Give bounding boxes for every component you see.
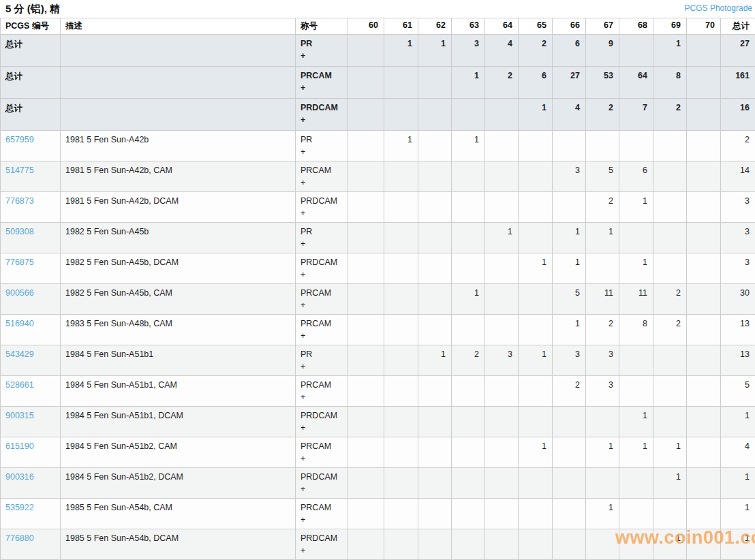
pcgs-number-link[interactable]: 615190 [5, 441, 34, 451]
pcgs-number-link[interactable]: 528661 [5, 380, 34, 390]
row-total: 30 [721, 284, 755, 315]
grade-count-62 [418, 67, 452, 99]
designation-plus: + [301, 51, 342, 61]
designation-plus: + [301, 270, 342, 279]
grade-count-69 [653, 345, 687, 376]
coin-description: 1984 5 Fen Sun-A51b2, DCAM [61, 468, 296, 499]
pcgs-number-cell: 900316 [1, 468, 61, 499]
designation-plus: + [301, 239, 342, 249]
grade-count-61 [384, 407, 418, 437]
grade-count-62 [418, 99, 452, 131]
grade-count-63: 3 [452, 35, 485, 67]
designation-plus: + [301, 178, 342, 187]
designation-plus: + [301, 147, 342, 157]
col-header-grade-69: 69 [653, 18, 687, 35]
summary-row-label: 总计 [5, 40, 22, 49]
pcgs-number-link[interactable]: 776880 [5, 533, 34, 543]
coin-description: 1983 5 Fen Sun-A48b, CAM [61, 315, 296, 345]
grade-count-62 [418, 131, 452, 161]
grade-count-62 [418, 284, 452, 315]
designation-label: PRDCAM [301, 258, 342, 267]
grade-count-61: 1 [384, 131, 418, 161]
grade-count-69 [653, 192, 687, 223]
grade-count-70 [687, 529, 721, 560]
grade-count-69 [653, 161, 687, 192]
pcgs-number-link[interactable]: 776873 [5, 196, 34, 206]
grade-count-67: 11 [586, 284, 619, 315]
designation-label: PR [301, 349, 342, 359]
pcgs-number-link[interactable]: 900316 [5, 472, 34, 482]
table-row: 总计 PRCAM + 1262753648161 [1, 67, 755, 99]
grade-count-65 [519, 284, 553, 315]
pcgs-number-link[interactable]: 516940 [5, 319, 34, 328]
row-total: 161 [721, 67, 755, 99]
col-header-grade-68: 68 [619, 18, 653, 35]
grade-count-68 [619, 499, 653, 529]
row-total: 1 [721, 499, 755, 529]
grade-count-65 [519, 223, 553, 253]
designation-cell: PR + [296, 345, 348, 376]
pcgs-number-cell: 776873 [1, 192, 61, 223]
pcgs-photograde-link[interactable]: PCGS Photograde [685, 3, 752, 13]
grade-count-65: 6 [519, 67, 553, 99]
designation-cell: PRCAM + [296, 161, 348, 192]
coin-description [61, 67, 296, 99]
designation-cell: PR + [296, 223, 348, 253]
grade-count-67 [586, 131, 619, 161]
grade-count-66: 1 [553, 253, 586, 284]
grade-count-66 [553, 499, 586, 529]
grade-count-67 [586, 407, 619, 437]
grade-count-70 [687, 253, 721, 284]
designation-plus: + [301, 208, 342, 218]
grade-count-64 [485, 376, 519, 407]
pcgs-number-link[interactable]: 509308 [5, 227, 34, 236]
pcgs-number-link[interactable]: 535922 [5, 503, 34, 512]
grade-count-67: 1 [586, 223, 619, 253]
designation-label: PRCAM [301, 166, 342, 175]
grade-count-67: 3 [586, 345, 619, 376]
col-header-grade-70: 70 [687, 18, 721, 35]
designation-cell: PRCAM + [296, 499, 348, 529]
grade-count-64 [485, 161, 519, 192]
table-row: 514775 1981 5 Fen Sun-A42b, CAM PRCAM + … [1, 161, 755, 192]
table-row: 776875 1982 5 Fen Sun-A45b, DCAM PRDCAM … [1, 253, 755, 284]
grade-count-69 [653, 253, 687, 284]
grade-count-63 [452, 437, 485, 468]
grade-count-69: 2 [653, 284, 687, 315]
grade-count-67: 2 [586, 315, 619, 345]
row-total: 27 [721, 35, 755, 67]
grade-count-64 [485, 529, 519, 560]
pcgs-number-link[interactable]: 900566 [5, 288, 34, 298]
designation-label: PR [301, 39, 342, 48]
grade-count-64 [485, 99, 519, 131]
grade-count-64 [485, 468, 519, 499]
coin-description [61, 99, 296, 131]
grade-count-67: 53 [586, 67, 619, 99]
grade-count-61 [384, 345, 418, 376]
grade-count-65 [519, 192, 553, 223]
pcgs-number-link[interactable]: 657959 [5, 135, 34, 144]
col-header-grade-64: 64 [485, 18, 519, 35]
grade-count-69: 2 [653, 99, 687, 131]
grade-count-64 [485, 253, 519, 284]
table-row: 776880 1985 5 Fen Sun-A54b, DCAM PRDCAM … [1, 529, 755, 560]
grade-count-68: 1 [619, 437, 653, 468]
row-total: 1 [721, 529, 755, 560]
pcgs-number-link[interactable]: 776875 [5, 258, 34, 267]
grade-count-64 [485, 407, 519, 437]
pcgs-number-cell: 516940 [1, 315, 61, 345]
table-row: 总计 PR + 1134269127 [1, 35, 755, 67]
grade-count-63: 1 [452, 67, 485, 99]
row-total: 16 [721, 99, 755, 131]
grade-count-64: 2 [485, 67, 519, 99]
pcgs-number-link[interactable]: 543429 [5, 349, 34, 359]
grade-count-69: 2 [653, 315, 687, 345]
pcgs-number-link[interactable]: 514775 [5, 166, 34, 175]
designation-cell: PRDCAM + [296, 407, 348, 437]
grade-count-68 [619, 345, 653, 376]
col-header-grade-66: 66 [553, 18, 586, 35]
table-row: 总计 PRDCAM + 1427216 [1, 99, 755, 131]
grade-count-70 [687, 67, 721, 99]
pcgs-number-link[interactable]: 900315 [5, 411, 34, 420]
col-header-description: 描述 [61, 18, 296, 35]
